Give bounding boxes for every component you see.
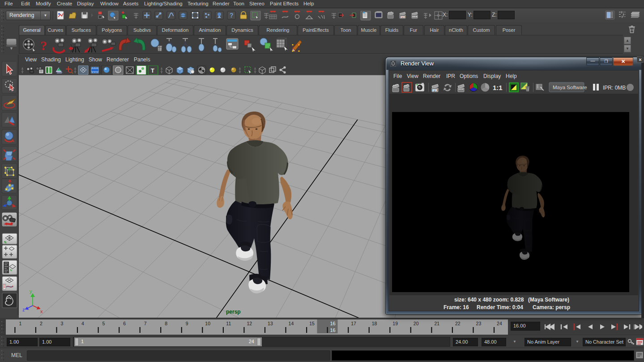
svg-text:15: 15 xyxy=(309,321,315,326)
svg-text:17: 17 xyxy=(351,321,356,326)
svg-text:9: 9 xyxy=(186,321,188,326)
svg-text:persp: persp xyxy=(226,309,241,315)
svg-text:x: x xyxy=(40,309,43,314)
svg-text:?: ? xyxy=(230,12,234,19)
svg-text:20: 20 xyxy=(414,321,419,326)
svg-text:1: 1 xyxy=(19,321,21,326)
svg-text:z: z xyxy=(22,307,25,312)
svg-text:13: 13 xyxy=(268,321,273,326)
svg-text:?: ? xyxy=(40,38,47,53)
svg-text:Maya Software: Maya Software xyxy=(553,85,587,90)
svg-text:16: 16 xyxy=(330,328,335,333)
svg-text:4: 4 xyxy=(81,321,84,326)
svg-text:2: 2 xyxy=(40,321,43,326)
svg-text:22: 22 xyxy=(455,321,461,326)
svg-text:21: 21 xyxy=(434,321,439,326)
svg-text:14: 14 xyxy=(289,321,294,326)
svg-text:19: 19 xyxy=(392,321,398,326)
svg-text:10: 10 xyxy=(205,321,210,326)
svg-text:16: 16 xyxy=(330,321,335,326)
svg-text:6: 6 xyxy=(123,321,126,326)
svg-text:11: 11 xyxy=(226,321,231,326)
svg-text:1:1: 1:1 xyxy=(493,84,503,91)
svg-text:3: 3 xyxy=(60,321,63,326)
svg-text:8: 8 xyxy=(165,321,167,326)
svg-text:24: 24 xyxy=(497,321,502,326)
svg-text:IPR: 0MB: IPR: 0MB xyxy=(603,85,626,91)
svg-text:IPR: IPR xyxy=(401,16,405,18)
svg-text:23: 23 xyxy=(476,321,482,326)
svg-text:T: T xyxy=(151,67,154,74)
svg-text:5: 5 xyxy=(102,321,105,326)
svg-text:18: 18 xyxy=(372,321,377,326)
svg-text:7: 7 xyxy=(144,321,147,326)
svg-text:y: y xyxy=(30,289,32,294)
svg-text:IPR: IPR xyxy=(432,89,437,92)
svg-text:12: 12 xyxy=(247,321,252,326)
